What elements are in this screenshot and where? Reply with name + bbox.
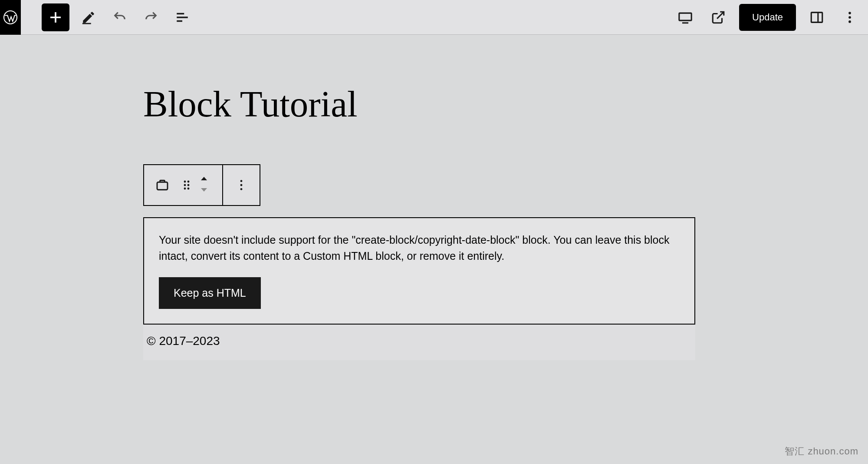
copyright-block-preview[interactable]: © 2017–2023: [143, 325, 695, 360]
wordpress-icon: [3, 10, 18, 25]
move-up-button[interactable]: [199, 175, 216, 184]
block-icon: [155, 178, 169, 192]
svg-point-8: [184, 181, 186, 183]
svg-rect-2: [679, 13, 691, 20]
redo-icon: [144, 10, 158, 25]
view-desktop-button[interactable]: [673, 5, 697, 30]
block-toolbar-group-more: [222, 165, 260, 205]
wordpress-logo[interactable]: [0, 0, 21, 35]
undo-button[interactable]: [108, 5, 132, 30]
drag-handle-icon: [180, 178, 194, 192]
post-title[interactable]: Block Tutorial: [143, 83, 699, 125]
svg-point-16: [240, 188, 243, 190]
sidebar-icon: [809, 10, 824, 25]
plus-icon: [48, 10, 63, 25]
svg-point-11: [187, 184, 190, 186]
svg-rect-7: [157, 182, 168, 189]
svg-point-15: [240, 184, 243, 186]
document-overview-button[interactable]: [170, 5, 194, 30]
block-toolbar: [143, 164, 260, 206]
svg-point-14: [240, 180, 243, 182]
editor-top-toolbar: Update: [0, 0, 868, 35]
block-toolbar-group-main: [144, 165, 222, 205]
svg-rect-1: [82, 23, 91, 24]
warning-text: Your site doesn't include support for th…: [159, 232, 680, 264]
svg-point-13: [187, 188, 190, 190]
chevron-down-icon: [199, 186, 209, 194]
desktop-icon: [678, 10, 693, 25]
block-type-button[interactable]: [150, 173, 174, 197]
pencil-icon: [81, 10, 96, 25]
move-down-button[interactable]: [199, 186, 216, 196]
editor-content: Block Tutorial: [143, 83, 699, 360]
drag-handle-button[interactable]: [174, 173, 199, 197]
external-link-icon: [711, 10, 726, 25]
toolbar-left-group: [42, 3, 194, 31]
add-block-button[interactable]: [42, 3, 69, 31]
dots-vertical-icon: [234, 178, 248, 192]
view-external-button[interactable]: [706, 5, 730, 30]
editor-canvas: Block Tutorial: [0, 35, 868, 360]
update-button[interactable]: Update: [739, 4, 796, 31]
undo-icon: [112, 10, 127, 25]
redo-button[interactable]: [139, 5, 163, 30]
unsupported-block-warning: Your site doesn't include support for th…: [143, 217, 695, 325]
watermark: 智汇 zhuon.com: [785, 445, 858, 458]
list-icon: [175, 10, 190, 25]
toolbar-right-group: Update: [673, 4, 862, 31]
svg-rect-3: [811, 12, 822, 22]
svg-point-9: [187, 181, 190, 183]
svg-point-6: [848, 20, 851, 23]
svg-point-10: [184, 184, 186, 186]
more-options-button[interactable]: [838, 5, 862, 30]
move-controls: [199, 175, 216, 196]
svg-point-4: [848, 12, 851, 14]
svg-point-12: [184, 188, 186, 190]
svg-point-5: [848, 16, 851, 19]
chevron-up-icon: [199, 175, 209, 182]
keep-as-html-button[interactable]: Keep as HTML: [159, 277, 261, 309]
block-more-button[interactable]: [229, 173, 253, 197]
settings-sidebar-button[interactable]: [805, 5, 829, 30]
edit-tool-button[interactable]: [76, 5, 101, 30]
dots-vertical-icon: [842, 10, 857, 25]
